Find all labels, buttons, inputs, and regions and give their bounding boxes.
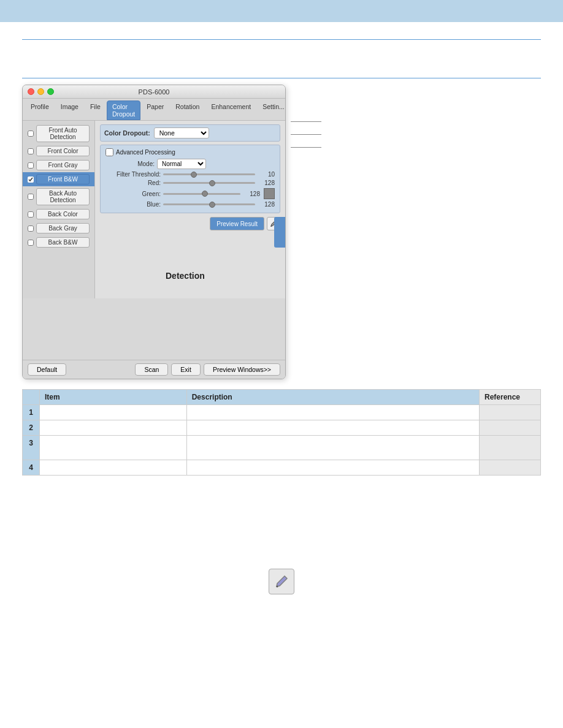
blue-row: Blue: 128 xyxy=(105,201,275,208)
default-button[interactable]: Default xyxy=(28,363,66,376)
table-cell-desc-4 xyxy=(186,460,479,476)
btn-front-bw[interactable]: Front B&W xyxy=(36,174,90,184)
table-cell-num-1: 1 xyxy=(23,405,40,420)
left-panel: Front Auto Detection Front Color Front G… xyxy=(23,121,95,298)
tab-enhancement[interactable]: Enhancement xyxy=(205,100,256,120)
green-label: Green: xyxy=(105,191,161,197)
table-row: 4 xyxy=(23,460,541,476)
left-item-back-auto: Back Auto Detection xyxy=(23,186,94,207)
red-slider[interactable] xyxy=(163,182,255,184)
filter-threshold-row: Filter Threshold: 10 xyxy=(105,171,275,178)
table-cell-ref-3 xyxy=(480,436,541,460)
checkbox-front-bw[interactable] xyxy=(28,176,34,183)
left-item-front-gray: Front Gray xyxy=(23,158,94,172)
table-cell-desc-2 xyxy=(186,420,479,436)
checkbox-front-auto[interactable] xyxy=(28,131,34,137)
tab-color-dropout[interactable]: Color Dropout xyxy=(107,100,140,120)
bottom-body-text-2 xyxy=(22,501,541,512)
callout-line-2 xyxy=(291,134,321,135)
mac-tabbar: Profile Image File Color Dropout Paper R… xyxy=(23,99,285,121)
btn-back-color[interactable]: Back Color xyxy=(36,209,90,219)
btn-front-gray[interactable]: Front Gray xyxy=(36,160,90,170)
preview-windows-button[interactable]: Preview Windows>> xyxy=(204,363,280,376)
checkbox-front-gray[interactable] xyxy=(28,162,34,169)
advanced-processing-label: Advanced Processing xyxy=(116,149,175,156)
checkbox-back-bw[interactable] xyxy=(28,240,34,246)
left-item-back-gray: Back Gray xyxy=(23,221,94,235)
advanced-processing-box: Advanced Processing Mode: Normal Filter … xyxy=(100,145,280,213)
left-item-front-bw: Front B&W xyxy=(23,172,94,186)
table-header-reference: Reference xyxy=(480,390,541,405)
exit-button[interactable]: Exit xyxy=(171,363,201,376)
scan-button[interactable]: Scan xyxy=(135,363,168,376)
svg-point-1 xyxy=(277,586,278,588)
body-text-2 xyxy=(22,61,541,72)
bottom-body-text-1 xyxy=(22,487,541,498)
btn-back-gray[interactable]: Back Gray xyxy=(36,223,90,233)
left-item-front-color: Front Color xyxy=(23,144,94,158)
callout-line-1 xyxy=(291,121,321,122)
right-blue-tab xyxy=(274,217,285,248)
preview-area xyxy=(23,298,285,360)
filter-threshold-label: Filter Threshold: xyxy=(105,171,161,178)
color-dropout-label: Color Dropout: xyxy=(104,129,150,137)
callout-lines xyxy=(291,85,321,148)
btn-front-auto-detection[interactable]: Front Auto Detection xyxy=(36,125,90,142)
checkbox-back-auto[interactable] xyxy=(28,194,34,200)
btn-front-color[interactable]: Front Color xyxy=(36,146,90,156)
checkbox-back-color[interactable] xyxy=(28,211,34,218)
tab-image[interactable]: Image xyxy=(55,100,84,120)
mac-bottombar: Default Scan Exit Preview Windows>> xyxy=(23,360,285,379)
btn-back-bw[interactable]: Back B&W xyxy=(36,237,90,248)
maximize-button[interactable] xyxy=(47,88,54,95)
tab-paper[interactable]: Paper xyxy=(141,100,169,120)
tab-profile[interactable]: Profile xyxy=(25,100,55,120)
blue-value: 128 xyxy=(258,201,275,208)
left-item-back-bw: Back B&W xyxy=(23,235,94,249)
table-cell-desc-3 xyxy=(186,436,479,460)
table-cell-num-2: 2 xyxy=(23,420,40,436)
table-cell-desc-1 xyxy=(186,405,479,420)
blue-slider[interactable] xyxy=(163,203,255,205)
green-slider[interactable] xyxy=(163,193,240,195)
body-text-1 xyxy=(22,46,541,57)
btn-back-auto-detection[interactable]: Back Auto Detection xyxy=(36,188,90,205)
tab-rotation[interactable]: Rotation xyxy=(170,100,205,120)
tab-settings[interactable]: Settin... xyxy=(257,100,286,120)
section-divider-2 xyxy=(22,78,541,78)
advanced-processing-checkbox-row: Advanced Processing xyxy=(105,148,275,156)
bottom-section xyxy=(22,487,541,625)
table-cell-item-1 xyxy=(40,405,187,420)
color-preview-box xyxy=(264,188,275,199)
dialog-area: PDS-6000 Profile Image File Color Dropou… xyxy=(22,85,541,379)
dialog-title: PDS-6000 xyxy=(139,88,170,96)
bottom-body-text-5 xyxy=(22,545,541,556)
advanced-processing-checkbox[interactable] xyxy=(105,148,113,156)
bottom-right-buttons: Scan Exit Preview Windows>> xyxy=(135,363,280,376)
table-header-item: Item xyxy=(40,390,187,405)
eyedropper-icon-large xyxy=(269,569,294,594)
section-divider-top xyxy=(22,39,541,40)
table-cell-num-4: 4 xyxy=(23,460,40,476)
mode-select[interactable]: Normal xyxy=(157,159,206,169)
table-cell-ref-1 xyxy=(480,405,541,420)
eyedropper-icon-row xyxy=(22,569,541,594)
blue-label: Blue: xyxy=(105,201,161,208)
checkbox-back-gray[interactable] xyxy=(28,226,34,232)
close-button[interactable] xyxy=(28,88,34,95)
color-dropout-select[interactable]: None xyxy=(154,127,209,138)
color-dropout-row: Color Dropout: None xyxy=(100,124,280,142)
preview-result-row: Preview Result xyxy=(100,217,280,230)
tab-file[interactable]: File xyxy=(85,100,106,120)
filter-threshold-slider[interactable] xyxy=(163,173,255,175)
info-table: Item Description Reference 1 2 3 xyxy=(22,389,541,476)
bottom-body-text-4 xyxy=(22,531,541,542)
checkbox-front-color[interactable] xyxy=(28,148,34,154)
bottom-body-text-6 xyxy=(22,599,541,610)
minimize-button[interactable] xyxy=(37,88,44,95)
preview-result-button[interactable]: Preview Result xyxy=(210,217,264,230)
filter-threshold-value: 10 xyxy=(258,171,275,178)
dialog-body: Front Auto Detection Front Color Front G… xyxy=(23,121,285,298)
svg-point-0 xyxy=(271,226,272,227)
left-item-back-color: Back Color xyxy=(23,207,94,221)
